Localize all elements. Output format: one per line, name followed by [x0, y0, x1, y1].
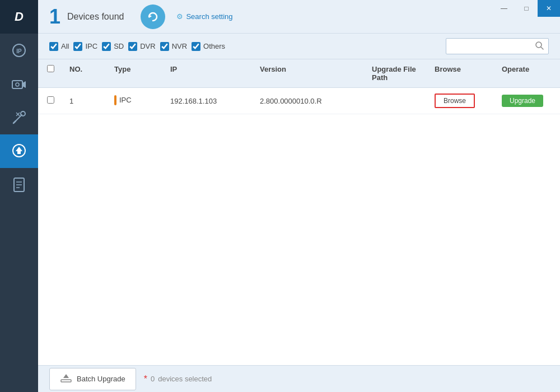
refresh-button[interactable] — [141, 4, 165, 29]
header-checkbox-cell[interactable] — [44, 59, 66, 87]
svg-point-4 — [16, 83, 19, 86]
browse-button[interactable]: Browse — [435, 94, 475, 108]
svg-marker-19 — [63, 374, 69, 378]
filter-ipc[interactable]: IPC — [73, 42, 97, 51]
close-button[interactable]: ✕ — [538, 0, 560, 17]
selected-info: * 0 devices selected — [144, 374, 212, 384]
asterisk-icon: * — [144, 374, 147, 384]
row-type: IPC — [111, 90, 167, 113]
filter-nvr[interactable]: NVR — [160, 42, 187, 51]
sidebar: D IP — [0, 0, 38, 392]
header-version: Version — [256, 59, 368, 87]
svg-marker-9 — [16, 147, 22, 151]
devices-count: 1 — [49, 5, 60, 29]
search-input[interactable] — [450, 42, 534, 50]
gear-icon: ⚙ — [176, 12, 183, 21]
svg-rect-2 — [12, 81, 22, 88]
filter-group: All IPC SD DVR NVR Others — [49, 42, 441, 51]
maximize-button[interactable]: □ — [515, 0, 538, 17]
sidebar-item-camera[interactable] — [0, 67, 38, 101]
bottom-bar: Batch Upgrade * 0 devices selected — [38, 365, 560, 392]
device-table: NO. Type IP Version Upgrade File Path Br… — [38, 59, 560, 365]
row-checkbox[interactable] — [47, 96, 54, 104]
window-controls: — □ ✕ — [493, 0, 560, 17]
selected-count: 0 — [151, 375, 155, 383]
app-logo: D — [0, 0, 38, 34]
sidebar-item-tools[interactable] — [0, 101, 38, 134]
header-type: Type — [111, 59, 167, 87]
filter-sd-checkbox[interactable] — [102, 42, 111, 51]
filter-dvr-checkbox[interactable] — [128, 42, 137, 51]
batch-upgrade-button[interactable]: Batch Upgrade — [49, 368, 136, 390]
filter-all[interactable]: All — [49, 42, 69, 51]
search-button[interactable] — [534, 40, 545, 53]
camera-icon — [11, 77, 27, 91]
filter-dvr-label: DVR — [140, 42, 155, 50]
batch-upgrade-icon — [60, 372, 72, 386]
main-content: 1 Devices found ⚙ Search setting — □ ✕ A… — [38, 0, 560, 392]
filter-others-checkbox[interactable] — [192, 42, 200, 51]
batch-upgrade-label: Batch Upgrade — [77, 375, 125, 383]
row-operate-cell: Upgrade — [498, 89, 554, 113]
minimize-button[interactable]: — — [493, 0, 515, 17]
search-box — [446, 38, 549, 54]
row-version: 2.800.0000010.0.R — [256, 91, 368, 111]
upgrade-icon — [12, 143, 26, 159]
select-all-checkbox[interactable] — [47, 65, 54, 72]
table-header: NO. Type IP Version Upgrade File Path Br… — [38, 59, 560, 88]
filter-nvr-label: NVR — [172, 42, 187, 50]
table-row: 1 IPC 192.168.1.103 2.800.0000010.0.R Br… — [38, 88, 560, 114]
filter-dvr[interactable]: DVR — [128, 42, 155, 51]
filter-others-label: Others — [203, 42, 225, 50]
filter-all-checkbox[interactable] — [49, 42, 58, 51]
header-operate: Operate — [498, 59, 554, 87]
filter-ipc-checkbox[interactable] — [73, 42, 82, 51]
header-no: NO. — [66, 59, 111, 87]
svg-text:IP: IP — [16, 48, 22, 54]
row-ip: 192.168.1.103 — [167, 91, 256, 111]
type-color-indicator — [114, 95, 116, 105]
devices-selected-label: devices selected — [158, 375, 212, 383]
sidebar-item-upgrade[interactable] — [0, 134, 38, 168]
svg-point-5 — [21, 111, 25, 116]
row-checkbox-cell[interactable] — [44, 91, 66, 111]
device-type-badge: IPC — [114, 95, 132, 105]
header-ip: IP — [167, 59, 256, 87]
search-setting-link[interactable]: ⚙ Search setting — [176, 12, 232, 21]
row-browse-cell: Browse — [431, 88, 498, 114]
sidebar-item-ip-scan[interactable]: IP — [0, 34, 38, 67]
svg-line-17 — [541, 47, 543, 49]
ip-scan-icon: IP — [11, 43, 27, 58]
devices-found-label: Devices found — [67, 12, 124, 22]
filter-ipc-label: IPC — [85, 42, 97, 50]
filter-bar: All IPC SD DVR NVR Others — [38, 34, 560, 59]
upgrade-button[interactable]: Upgrade — [502, 95, 543, 107]
filter-sd-label: SD — [114, 42, 124, 50]
svg-marker-15 — [149, 15, 152, 18]
header-browse: Browse — [431, 59, 498, 87]
svg-rect-18 — [61, 380, 71, 382]
titlebar: 1 Devices found ⚙ Search setting — □ ✕ — [38, 0, 560, 34]
log-icon — [12, 177, 26, 193]
row-no: 1 — [66, 91, 111, 111]
filter-sd[interactable]: SD — [102, 42, 124, 51]
tools-icon — [12, 110, 26, 125]
filter-nvr-checkbox[interactable] — [160, 42, 169, 51]
filter-others[interactable]: Others — [192, 42, 225, 51]
svg-rect-10 — [17, 151, 21, 154]
row-upgrade-file-path — [368, 95, 431, 106]
sidebar-item-log[interactable] — [0, 168, 38, 202]
header-upgrade-file-path: Upgrade File Path — [368, 59, 431, 87]
filter-all-label: All — [61, 42, 69, 50]
search-setting-label: Search setting — [186, 12, 232, 21]
